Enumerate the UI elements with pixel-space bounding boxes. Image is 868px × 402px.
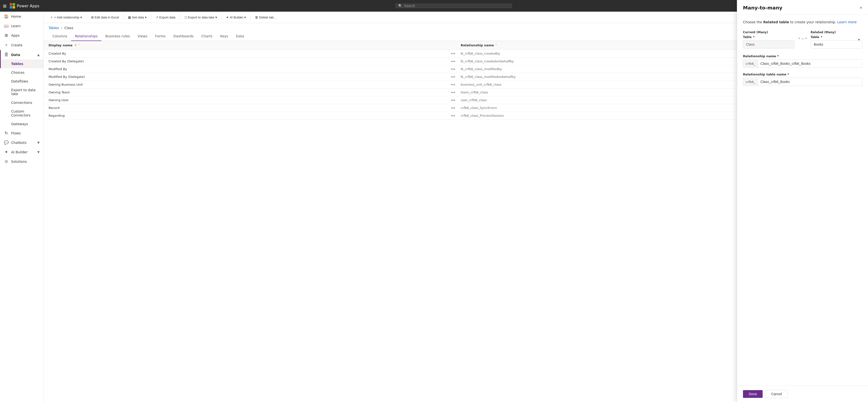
related-table-select[interactable]: Books Account Contact Lead — [811, 40, 862, 48]
edit-excel-button[interactable]: ⊞ Edit data in Excel — [89, 14, 121, 21]
sidebar-item-tables[interactable]: Tables — [0, 60, 43, 68]
ai-icon: ✦ — [226, 15, 229, 19]
col-header-display: Display name ↑ ˅ — [49, 43, 451, 47]
row-context-menu[interactable] — [451, 84, 461, 85]
sidebar-item-ai-builder[interactable]: ✦ AI Builder ▼ — [0, 147, 43, 157]
relationship-prefix: crfb6_ — [743, 60, 758, 67]
tab-forms[interactable]: Forms — [151, 32, 169, 41]
learn-icon: 📖 — [4, 24, 9, 28]
sidebar-item-data[interactable]: 🗄 Data ▲ — [0, 50, 43, 60]
sidebar-item-label: Gateways — [11, 122, 28, 126]
sidebar-item-create[interactable]: ＋ Create — [0, 40, 43, 50]
row-context-menu[interactable] — [451, 76, 461, 77]
get-data-button[interactable]: ▦ Get data ▾ — [126, 14, 149, 21]
sidebar-item-label: Export to data lake — [11, 88, 39, 96]
sidebar-item-label: Tables — [11, 62, 23, 66]
separator-6 — [250, 14, 251, 20]
home-icon: 🏠 — [4, 14, 9, 19]
tab-relationships[interactable]: Relationships — [71, 32, 101, 41]
search-input[interactable] — [404, 4, 509, 8]
learn-more-link[interactable]: Learn more — [837, 20, 857, 24]
related-table-label: Table * — [811, 35, 862, 39]
relationship-name-input[interactable] — [758, 60, 862, 67]
relationship-table-name-input[interactable] — [758, 78, 862, 86]
row-display-name: Created By — [49, 52, 451, 55]
panel-footer: Done Cancel — [737, 386, 868, 402]
tab-keys[interactable]: Keys — [216, 32, 232, 41]
tab-dashboards[interactable]: Dashboards — [169, 32, 197, 41]
export-lake-button[interactable]: ⬡ Export to data lake ▾ — [182, 14, 219, 21]
relationship-table-name-label: Relationship table name * — [743, 72, 862, 76]
tab-data[interactable]: Data — [232, 32, 248, 41]
grid-icon[interactable]: ⊞ — [3, 3, 6, 8]
row-context-menu[interactable] — [451, 61, 461, 62]
row-context-menu[interactable] — [451, 92, 461, 93]
row-context-menu[interactable] — [451, 107, 461, 108]
row-context-menu[interactable] — [451, 69, 461, 70]
breadcrumb-separator: › — [61, 26, 63, 30]
sidebar-item-label: Apps — [11, 33, 20, 37]
app-name: Power Apps — [17, 4, 39, 8]
tab-views[interactable]: Views — [134, 32, 152, 41]
tab-charts[interactable]: Charts — [197, 32, 216, 41]
close-button[interactable]: × — [860, 5, 862, 10]
panel-body: Choose the Related table to create your … — [737, 15, 868, 386]
rel-table-prefix: crfb6_ — [743, 78, 758, 86]
sidebar-item-dataflows[interactable]: Dataflows — [0, 77, 43, 86]
row-context-menu[interactable] — [451, 115, 461, 116]
tab-columns[interactable]: Columns — [49, 32, 71, 41]
row-context-menu[interactable] — [451, 100, 461, 101]
tab-business-rules[interactable]: Business rules — [101, 32, 134, 41]
add-relationship-button[interactable]: ＋ + Add relationship ▾ — [48, 13, 85, 21]
breadcrumb-parent[interactable]: Tables — [49, 26, 59, 30]
sidebar-item-choices[interactable]: Choices — [0, 68, 43, 77]
delete-table-button[interactable]: 🗑 Delete tab... — [252, 14, 278, 21]
required-star-related: * — [820, 35, 822, 39]
done-button[interactable]: Done — [743, 390, 763, 398]
excel-icon: ⊞ — [91, 15, 94, 19]
sidebar-item-chatbots[interactable]: 💬 Chatbots ▼ — [0, 138, 43, 147]
solutions-icon: ⊙ — [4, 159, 9, 164]
relationship-name-input-row: crfb6_ — [743, 60, 862, 68]
search-bar[interactable]: 🔍 — [396, 4, 512, 8]
cancel-button[interactable]: Cancel — [765, 390, 788, 398]
sort-asc-icon[interactable]: ↑ — [74, 44, 77, 47]
filter-icon[interactable]: ˅ — [79, 44, 80, 47]
chevron-down-icon: ▼ — [37, 141, 39, 144]
separator-4 — [180, 14, 180, 20]
relationship-name-label: Relationship name * — [743, 54, 862, 58]
sidebar-item-label: Connections — [11, 101, 32, 105]
sidebar-item-label: Solutions — [11, 160, 27, 164]
sidebar-item-learn[interactable]: 📖 Learn — [0, 21, 43, 31]
relationship-table-name-input-row: crfb6_ — [743, 78, 862, 86]
filter-rel-icon[interactable]: ˅ — [496, 44, 497, 47]
relationship-table-name-group: Relationship table name * crfb6_ — [743, 72, 862, 86]
export-data-button[interactable]: ↗ Export data — [153, 14, 178, 21]
breadcrumb-current: Class — [64, 26, 73, 30]
get-data-icon: ▦ — [128, 15, 131, 19]
sidebar-item-label: Choices — [11, 71, 25, 74]
sidebar-item-apps[interactable]: ⊞ Apps — [0, 31, 43, 40]
sidebar-item-label: Custom Connectors — [11, 109, 39, 117]
data-icon: 🗄 — [4, 53, 9, 57]
sidebar-item-export-lake[interactable]: Export to data lake — [0, 86, 43, 98]
row-context-menu[interactable] — [451, 53, 461, 54]
ai-builder-icon: ✦ — [4, 150, 9, 154]
sidebar-item-gateways[interactable]: Gateways — [0, 120, 43, 128]
dropdown-arrow-add: ▾ — [81, 15, 82, 19]
sidebar-item-label: Chatbots — [11, 141, 27, 144]
sidebar-item-solutions[interactable]: ⊙ Solutions — [0, 157, 43, 166]
sidebar-item-home[interactable]: 🏠 Home — [0, 12, 43, 21]
panel-title: Many-to-many — [743, 5, 782, 11]
svg-rect-3 — [12, 6, 15, 8]
sidebar-item-custom-connectors[interactable]: Custom Connectors — [0, 107, 43, 120]
delete-icon: 🗑 — [255, 15, 258, 19]
create-icon: ＋ — [4, 42, 9, 47]
sidebar-item-connections[interactable]: Connections — [0, 98, 43, 107]
sidebar-item-flows[interactable]: ↻ Flows — [0, 128, 43, 138]
svg-rect-2 — [10, 6, 12, 8]
row-display-name: Owning Business Unit — [49, 83, 451, 87]
current-many-label: Current (Many) — [743, 31, 795, 34]
ai-builder-button[interactable]: ✦ AI Builder ▾ — [224, 14, 248, 21]
many-to-many-panel: Many-to-many × Choose the Related table … — [737, 0, 868, 402]
